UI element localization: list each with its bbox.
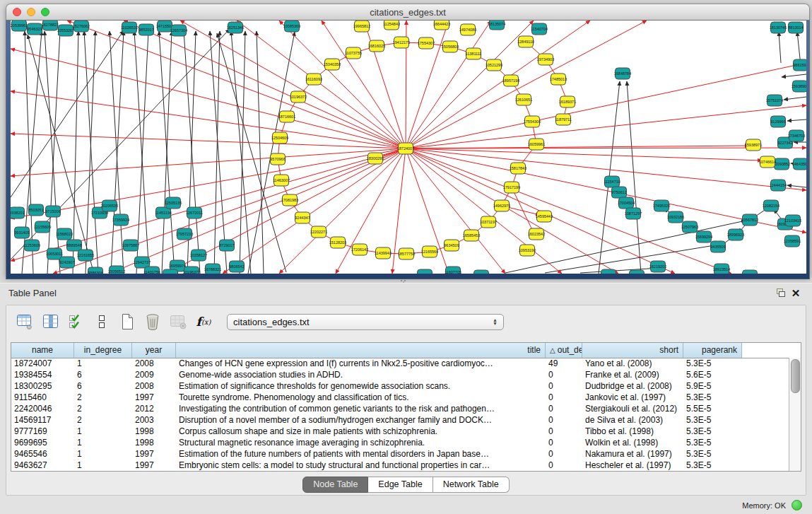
selected-node[interactable]: 17554307 [418,37,435,49]
node[interactable]: 9830062 [473,270,488,274]
node[interactable]: 10567812 [741,214,758,226]
node[interactable]: 17495320 [653,200,670,211]
node[interactable]: 9750612 [611,187,626,198]
node[interactable]: 12161655 [77,250,94,261]
new-file-icon[interactable] [117,311,138,332]
edge[interactable] [217,33,286,272]
selected-node[interactable]: 11254843 [383,21,400,30]
selected-node[interactable]: 18724007 [397,143,414,154]
node[interactable]: 16278821 [42,21,59,30]
table-row[interactable]: 2242004622012Investigating the contribut… [11,403,789,414]
selected-node[interactable]: 15128203 [329,237,346,248]
selected-node[interactable]: 17917199 [503,182,520,193]
selected-node[interactable]: 10521299 [486,59,502,71]
node[interactable]: 12444154 [770,180,787,191]
node[interactable]: 20539961 [11,21,28,31]
node[interactable]: 12507963 [681,221,698,233]
table-select-dropdown[interactable]: citations_edges.txt ▲▼ [227,314,504,330]
selected-edge[interactable] [512,187,534,233]
table-row[interactable]: 911546021997Tourette syndrome. Phenomeno… [11,392,789,403]
edge[interactable] [240,31,245,274]
node[interactable]: 18996923 [727,229,744,240]
selected-node[interactable]: 14974080 [459,24,476,35]
selected-node[interactable]: 11439943 [375,247,392,259]
column-header-title[interactable]: title [176,343,546,358]
node[interactable]: 11154710 [604,176,620,187]
table-row[interactable]: 946554611997Estimation of the future num… [11,448,789,460]
node[interactable]: 12155609 [34,221,51,233]
edge[interactable] [84,31,98,274]
table-row[interactable]: 977716911998Corpus callosum shape and si… [11,426,789,437]
selected-node[interactable]: 16585453 [463,230,480,241]
node[interactable]: 8889548 [66,240,81,251]
node[interactable]: 11253609 [23,240,40,251]
node[interactable]: 9861593 [793,59,806,71]
node[interactable]: 17004504 [618,197,635,209]
column-header-short[interactable]: short [582,343,683,358]
selected-edge[interactable] [336,148,406,274]
node[interactable]: 11607705 [445,267,461,274]
selected-edge[interactable] [406,148,762,160]
node[interactable]: 10871297 [625,208,642,219]
selected-node[interactable]: 10371197 [480,216,497,228]
edge[interactable] [545,245,714,273]
column-header-name[interactable]: name [11,343,74,358]
tab-network-table[interactable]: Network Table [433,477,510,493]
node[interactable]: 12103415 [784,215,801,226]
node[interactable]: 16219202 [649,261,666,272]
node[interactable]: 17359924 [112,214,129,226]
node[interactable]: 11540704 [531,23,548,35]
selected-node[interactable]: 9570966 [270,153,285,165]
selected-edge[interactable] [11,148,406,218]
selected-node[interactable]: 17554300 [524,116,541,127]
memory-ok-indicator[interactable] [792,500,802,510]
selected-node[interactable]: 12202271 [310,226,327,238]
node[interactable]: 12657304 [170,25,187,36]
selected-edge[interactable] [237,21,406,148]
edge[interactable] [787,185,806,187]
selected-node[interactable]: 11381111 [466,48,482,59]
node[interactable]: 9806542 [229,261,244,272]
node[interactable]: 15056512 [108,266,125,274]
node[interactable]: 8729017 [219,240,234,251]
node[interactable]: 18923514 [713,264,730,274]
node[interactable]: 12358591 [784,235,801,247]
selected-node[interactable]: 15056803 [442,41,459,52]
selected-node[interactable]: 18300295 [367,153,384,164]
edge[interactable] [73,31,78,274]
node[interactable]: 9242907 [59,257,74,268]
node[interactable]: 17346703 [788,130,805,141]
node[interactable]: 11568023 [56,228,73,240]
column-header-year[interactable]: year [132,343,176,358]
edge[interactable] [248,32,295,274]
node[interactable]: 11026531 [121,22,138,33]
edge[interactable] [231,31,251,274]
edge[interactable] [784,97,806,100]
node[interactable]: 18135074 [488,21,505,30]
selected-node[interactable]: 10196372 [290,91,307,103]
selected-edge[interactable] [11,148,406,176]
rows-icon[interactable] [91,311,112,332]
node[interactable]: 10196377 [183,267,200,274]
edge[interactable] [214,31,220,274]
selected-node[interactable]: 10953190 [519,245,536,256]
selected-node[interactable]: 15340358 [324,59,341,70]
selected-node[interactable]: 19412175 [393,37,410,48]
edge[interactable] [210,31,227,274]
selected-edge[interactable] [67,21,406,148]
selected-node[interactable]: 17485013 [550,74,567,85]
table-row[interactable]: 1456911722003Disruption of a novel membe… [11,414,789,426]
node[interactable]: 15699294 [695,231,712,243]
node[interactable]: 12672011 [186,207,203,218]
column-header-pagerank[interactable]: pagerank [683,343,742,358]
selected-node[interactable]: 16023542 [528,228,545,240]
selected-edge[interactable] [406,148,731,274]
tab-edge-table[interactable]: Edge Table [368,477,433,493]
delete-icon[interactable] [142,311,163,332]
table-row[interactable]: 1830029562008Estimation of significance … [11,380,789,392]
node[interactable]: 12650907 [600,269,617,274]
selected-node[interactable]: 12165564 [421,246,438,257]
node[interactable]: 9931405 [14,227,29,238]
node[interactable]: 9546329 [27,23,42,35]
selected-node[interactable]: 11463007 [273,175,290,186]
